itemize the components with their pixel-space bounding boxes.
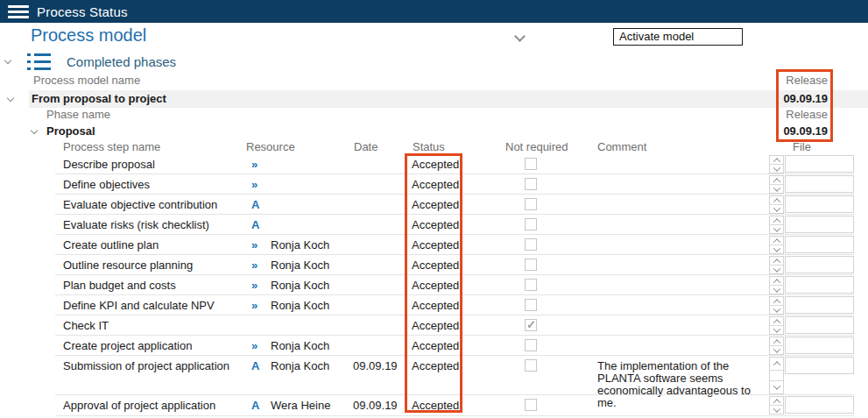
stepper-down-icon[interactable] [770,205,783,213]
resource-name: Ronja Koch [271,336,329,356]
model-release-label: Release [779,74,829,88]
not-required-checkbox[interactable] [525,359,537,372]
not-required-checkbox[interactable] [525,299,537,311]
file-input[interactable] [785,316,854,334]
activate-model-button[interactable]: Activate model [613,28,743,46]
table-row[interactable]: Describe proposal » Accepted [0,154,868,174]
file-input[interactable] [785,337,854,354]
not-required-checkbox[interactable] [525,279,537,291]
status-value: Accepted [412,255,459,275]
resource-type-symbol: A [251,195,265,215]
file-stepper[interactable] [769,256,784,274]
process-model-name-label: Process model name [33,74,140,88]
file-input[interactable] [785,195,854,213]
section-collapse-chevron-icon[interactable] [4,57,11,64]
resource-type-symbol [251,315,265,336]
file-input[interactable] [785,396,854,414]
file-stepper[interactable] [769,216,784,234]
stepper-down-icon[interactable] [770,286,783,294]
resource-name: Wera Heine [271,395,330,415]
stepper-down-icon[interactable] [770,306,783,314]
file-input[interactable] [785,357,854,374]
stepper-down-icon[interactable] [770,185,783,193]
file-input[interactable] [785,216,854,233]
resource-name: Ronja Koch [271,275,329,295]
section-title: Completed phases [67,54,176,69]
stepper-down-icon[interactable] [770,266,783,273]
not-required-checkbox[interactable] [525,198,537,210]
process-step-name: Create project application [63,336,192,356]
table-row[interactable]: Evaluate risks (risk checklist) A Accept… [0,215,868,235]
not-required-checkbox[interactable] [525,178,537,190]
app-title: Process Status [37,4,128,19]
resource-type-symbol: » [251,235,265,255]
status-value: Accepted [412,336,459,356]
file-input[interactable] [785,155,854,173]
phase-collapse-chevron-icon[interactable] [31,127,38,134]
stepper-down-icon[interactable] [770,380,783,393]
process-step-name: Submission of project application [63,356,229,376]
process-step-name: Evaluate objective contribution [63,195,217,215]
file-input[interactable] [785,175,854,193]
header-comment: Comment [597,140,646,154]
stepper-up-icon[interactable] [770,358,783,371]
file-input[interactable] [785,276,854,294]
file-stepper[interactable] [769,195,784,214]
table-row[interactable]: Approval of project application A Wera H… [0,395,868,416]
resource-type-symbol: » [251,174,265,195]
file-stepper[interactable] [769,316,784,335]
file-stepper[interactable] [769,296,784,315]
table-row[interactable]: Plan budget and costs » Ronja Koch Accep… [0,275,868,295]
resource-type-symbol: » [251,295,265,315]
stepper-down-icon[interactable] [770,245,783,253]
status-value: Accepted [412,174,459,195]
process-step-name: Create outline plan [63,235,159,255]
table-row[interactable]: Check IT Accepted [0,315,868,336]
menu-icon[interactable] [8,5,29,18]
comment-text [597,315,773,320]
status-value: Accepted [412,295,459,315]
not-required-checkbox[interactable] [525,158,537,170]
file-stepper[interactable] [769,175,784,194]
not-required-checkbox[interactable] [525,339,537,351]
stepper-down-icon[interactable] [770,326,783,334]
status-value: Accepted [412,154,459,174]
resource-type-symbol: » [251,275,265,295]
resource-type-symbol: » [251,336,265,356]
stepper-down-icon[interactable] [770,165,783,173]
status-value: Accepted [412,275,459,295]
not-required-checkbox[interactable] [525,399,537,411]
not-required-checkbox[interactable] [525,238,537,251]
file-stepper[interactable] [769,155,784,174]
table-row[interactable]: Create project application » Ronja Koch … [0,336,868,356]
not-required-checkbox[interactable] [525,319,537,331]
table-row[interactable]: Create outline plan » Ronja Koch Accepte… [0,235,868,255]
not-required-checkbox[interactable] [525,218,537,230]
file-input[interactable] [785,256,854,273]
comment-text [597,195,773,199]
date-value: 09.09.19 [353,395,398,415]
not-required-checkbox[interactable] [525,259,537,271]
stepper-down-icon[interactable] [770,406,783,414]
table-row[interactable]: Define objectives » Accepted [0,174,868,195]
table-row[interactable]: Evaluate objective contribution A Accept… [0,195,868,215]
file-stepper[interactable] [769,396,784,414]
stepper-down-icon[interactable] [770,225,783,233]
file-stepper[interactable] [769,236,784,254]
file-stepper[interactable] [769,357,784,394]
header-process-step-name: Process step name [63,140,160,154]
header-date: Date [354,140,378,154]
chevron-down-icon[interactable] [514,31,526,42]
stepper-down-icon[interactable] [770,346,783,354]
table-row[interactable]: Define KPI and calculate NPV » Ronja Koc… [0,295,868,315]
file-input[interactable] [785,236,854,253]
table-row[interactable]: Submission of project application A Ronj… [0,356,868,395]
file-stepper[interactable] [769,337,784,355]
file-input[interactable] [785,296,854,314]
comment-text [597,255,773,259]
table-row[interactable]: Outline resource planning » Ronja Koch A… [0,255,868,275]
top-bar: Process Status [0,0,868,23]
model-collapse-chevron-icon[interactable] [7,95,14,102]
comment-text [597,174,773,179]
file-stepper[interactable] [769,276,784,294]
